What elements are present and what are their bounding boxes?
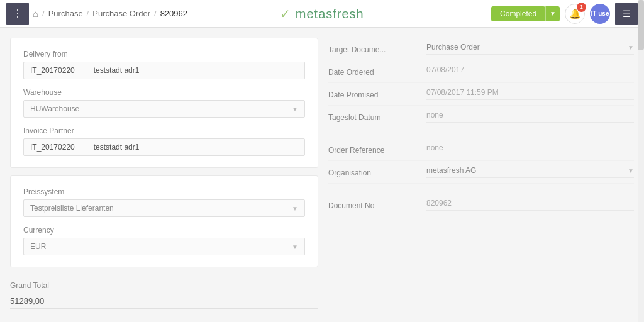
tageslot-text: none [426,111,443,119]
order-ref-label: Order Reference [328,143,416,155]
form-row-organisation: Organisation metasfresh AG ▼ [328,161,634,184]
delivery-from-group: Delivery from IT_20170220 teststadt adr1 [23,50,305,79]
grand-total-section: Grand Total 51289,00 [10,275,318,311]
delivery-from-col1: IT_20170220 [30,66,75,75]
form-row-date-promised: Date Promised 07/08/2017 11:59 PM [328,83,634,106]
doc-no-value[interactable]: 820962 [426,199,634,211]
preissystem-group: Preissystem Testpreisliste Lieferanten ▼ [23,187,305,217]
form-row-tageslot: Tageslot Datum none [328,106,634,128]
form-divider-2 [328,184,634,194]
preissystem-select[interactable]: Testpreisliste Lieferanten ▼ [23,199,305,217]
breadcrumb-sep-1: / [42,9,45,18]
topbar: ⋮ ⌂ / Purchase / Purchase Order / 820962… [0,0,644,28]
scrollbar-thumb[interactable] [638,28,644,50]
preissystem-arrow-icon: ▼ [292,205,298,212]
notification-button[interactable]: 🔔 1 [565,4,585,24]
currency-label: Currency [23,226,305,235]
currency-arrow-icon: ▼ [292,243,298,250]
date-promised-label: Date Promised [328,88,416,99]
notification-badge: 1 [577,3,586,12]
app-logo: ✓ metasfresh [280,6,364,21]
topbar-right: Completed ▼ 🔔 1 IT use ☰ [491,3,638,25]
preissystem-label: Preissystem [23,187,305,196]
delivery-card: Delivery from IT_20170220 teststadt adr1… [10,38,318,168]
order-ref-value[interactable]: none [426,143,634,155]
date-promised-text: 07/08/2017 11:59 PM [426,88,499,97]
delivery-from-label: Delivery from [23,50,305,58]
delivery-from-input[interactable]: IT_20170220 teststadt adr1 [23,62,305,79]
doc-no-text: 820962 [426,199,452,208]
delivery-from-col2: teststadt adr1 [94,66,140,75]
status-button[interactable]: Completed [491,6,545,21]
target-doc-value[interactable]: Purchase Order ▼ [426,43,634,55]
warehouse-group: Warehouse HUWarehouse ▼ [23,88,305,118]
main-content: Delivery from IT_20170220 teststadt adr1… [0,28,644,322]
organisation-arrow-icon: ▼ [628,167,634,174]
breadcrumb-sep-2: / [87,9,89,18]
invoice-partner-col2: teststadt adr1 [94,143,140,152]
breadcrumb-sep-3: / [154,9,157,18]
date-ordered-value[interactable]: 07/08/2017 [426,65,634,77]
grand-total-value: 51289,00 [10,294,318,309]
organisation-value[interactable]: metasfresh AG ▼ [426,166,634,178]
warehouse-value: HUWarehouse [30,104,79,113]
organisation-label: Organisation [328,166,416,177]
hamburger-menu-button[interactable]: ☰ [615,3,638,25]
invoice-partner-group: Invoice Partner IT_20170220 teststadt ad… [23,126,305,156]
target-doc-arrow-icon: ▼ [628,44,634,51]
breadcrumb-purchase[interactable]: Purchase [48,9,83,18]
currency-group: Currency EUR ▼ [23,226,305,255]
date-ordered-label: Date Ordered [328,65,416,77]
currency-value: EUR [30,242,46,251]
warehouse-select[interactable]: HUWarehouse ▼ [23,100,305,118]
form-row-date-ordered: Date Ordered 07/08/2017 [328,60,634,83]
breadcrumb-doc-number: 820962 [160,9,187,18]
status-dropdown-button[interactable]: ▼ [545,6,560,21]
invoice-partner-label: Invoice Partner [23,126,305,135]
organisation-text: metasfresh AG [426,166,476,175]
doc-no-label: Document No [328,199,416,210]
invoice-partner-input[interactable]: IT_20170220 teststadt adr1 [23,138,305,156]
form-row-target-doc: Target Docume... Purchase Order ▼ [328,38,634,60]
status-group: Completed ▼ [491,6,560,21]
breadcrumb-purchase-order[interactable]: Purchase Order [92,9,150,18]
warehouse-arrow-icon: ▼ [292,106,298,113]
preissystem-card: Preissystem Testpreisliste Lieferanten ▼… [10,175,318,267]
preissystem-value: Testpreisliste Lieferanten [30,204,114,213]
left-panel: Delivery from IT_20170220 teststadt adr1… [10,38,318,312]
date-promised-value[interactable]: 07/08/2017 11:59 PM [426,88,634,100]
form-divider-1 [328,128,634,138]
warehouse-label: Warehouse [23,88,305,97]
currency-select[interactable]: EUR ▼ [23,238,305,255]
dots-icon: ⋮ [13,8,23,19]
grand-total-label: Grand Total [10,281,318,290]
tageslot-label: Tageslot Datum [328,111,416,122]
form-row-doc-no: Document No 820962 [328,194,634,216]
menu-dots-button[interactable]: ⋮ [6,3,29,25]
home-icon[interactable]: ⌂ [33,8,38,19]
topbar-left: ⋮ ⌂ / Purchase / Purchase Order / 820962 [6,3,486,25]
order-ref-text: none [426,143,443,152]
date-ordered-text: 07/08/2017 [426,65,464,74]
hamburger-icon: ☰ [623,9,631,19]
right-form: Target Docume... Purchase Order ▼ Date O… [328,38,634,216]
invoice-partner-col1: IT_20170220 [30,143,75,152]
form-row-order-ref: Order Reference none [328,138,634,161]
tageslot-value[interactable]: none [426,111,634,123]
scrollbar[interactable] [638,28,644,322]
right-panel: Target Docume... Purchase Order ▼ Date O… [328,38,634,312]
target-doc-text: Purchase Order [426,43,480,52]
user-avatar-button[interactable]: IT use [590,4,610,24]
target-doc-label: Target Docume... [328,43,416,54]
